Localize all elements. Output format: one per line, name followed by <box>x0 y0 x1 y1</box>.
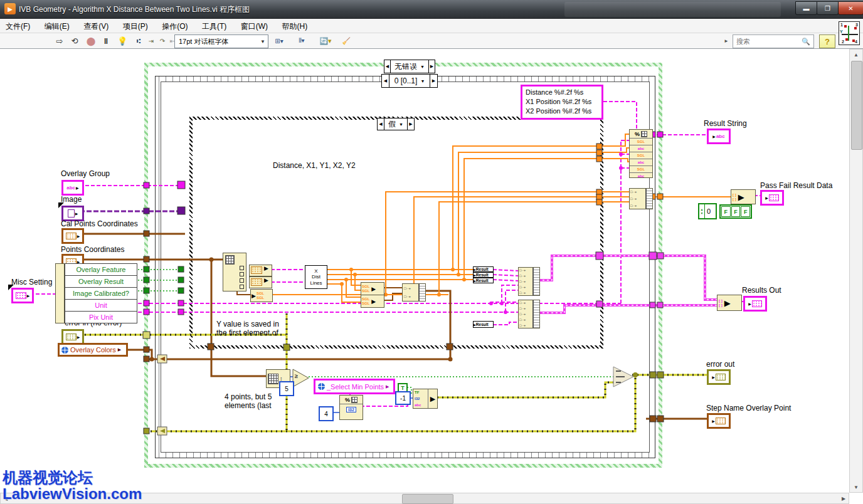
tunnel-results2-case[interactable] <box>657 302 663 308</box>
tunnel-junction-unit[interactable] <box>178 300 184 306</box>
highlight-execution-icon[interactable]: 💡 <box>115 34 129 47</box>
build-array-results-node[interactable]: [ ] [ ] ▶ <box>717 295 742 311</box>
bundle-sgl-pair-1[interactable]: SGL SGL ▶ <box>361 282 384 295</box>
tunnel-error-out-case[interactable] <box>657 372 664 378</box>
unbundle-item-pix-unit[interactable]: Pix Unit <box>65 312 137 323</box>
cluster-to-point-node-2[interactable]: ▶ <box>249 276 272 288</box>
bundle-tf-i32-abc-node[interactable]: TF I32 abc ▶ <box>413 389 438 409</box>
global-select-min-points[interactable]: _Select Min Points ▶ <box>314 379 395 394</box>
tunnel-cal-points[interactable] <box>144 231 149 236</box>
case-prev-arrow-icon[interactable]: ◀ <box>378 118 384 130</box>
menu-project[interactable]: 项目(P) <box>117 19 154 34</box>
comment-distance[interactable]: Distance, X1, Y1, X2, Y2 <box>273 161 356 170</box>
scroll-right-icon[interactable]: ▶ <box>839 493 849 503</box>
tunnel-results-case[interactable] <box>657 253 664 259</box>
numeric-constant-neg1[interactable]: -1 <box>395 391 411 405</box>
tunnel-error-in[interactable] <box>143 332 150 339</box>
vi-icon[interactable]: 1 3 Y 2 4 <box>839 21 860 45</box>
build-array-3-node[interactable]: □··+ □··+ □··+ <box>629 188 653 209</box>
index-array-node[interactable] <box>223 253 246 291</box>
numeric-constant-4[interactable]: 4 <box>319 406 334 421</box>
tunnel-pix-unit[interactable] <box>144 309 149 315</box>
distribute-objects-icon[interactable]: ⫴▾ <box>292 34 311 47</box>
tunnel-overlay-colors[interactable] <box>144 347 149 352</box>
case-next-arrow-icon[interactable]: ▶ <box>407 118 414 130</box>
wire-results-array1[interactable] <box>538 256 717 300</box>
result-node-3[interactable]: ▶Result <box>473 278 494 283</box>
format-into-string-node[interactable]: % SGL abc SGL abc SGL abc <box>629 129 653 178</box>
tunnel-junction-bool1[interactable] <box>178 266 184 272</box>
numeric-constant-5[interactable]: 5 <box>279 381 294 396</box>
wire-tap-sgl2b[interactable] <box>327 284 361 302</box>
label-step-name[interactable]: Step Name Overlay Point <box>706 404 791 412</box>
tunnel-sgl2[interactable] <box>596 150 602 155</box>
label-results-out[interactable]: Results Out <box>742 286 781 295</box>
indicator-results-out[interactable]: ▶ <box>743 296 767 312</box>
comment-y-value[interactable]: Y value is saved in the first element of <box>216 320 279 337</box>
label-result-string[interactable]: Result String <box>704 119 747 128</box>
array-index-control[interactable]: ▲▼ 0 <box>698 203 717 219</box>
tunnel-image-calibrated[interactable] <box>144 288 149 293</box>
wire-pix-unit-tap[interactable] <box>506 290 518 312</box>
case-prev-arrow-icon[interactable]: ◀ <box>384 60 391 73</box>
label-points[interactable]: Points Coordinates <box>61 245 124 254</box>
tunnel-overlay-group[interactable] <box>144 182 149 188</box>
unbundle-item-unit[interactable]: Unit <box>65 300 137 312</box>
restore-button[interactable]: ❐ <box>817 1 839 15</box>
unbundle-node-spine[interactable] <box>55 263 65 323</box>
close-button[interactable]: ✕ <box>838 1 863 15</box>
wire-format-string[interactable] <box>603 102 637 130</box>
result-node-4[interactable]: ▶Result <box>473 321 494 328</box>
tunnel-points[interactable] <box>144 256 149 262</box>
tunnel-sgl6[interactable] <box>596 199 602 205</box>
menu-help[interactable]: 帮助(H) <box>276 19 313 34</box>
vertical-scroll-thumb[interactable] <box>851 61 862 150</box>
wire-result4-out[interactable] <box>493 322 518 325</box>
tunnel-step-name-case[interactable] <box>657 416 664 422</box>
align-objects-icon[interactable]: ⊞▾ <box>270 34 289 47</box>
tunnel-cluster-bus[interactable] <box>144 356 149 362</box>
minimize-button[interactable]: ▬ <box>795 1 817 15</box>
label-pass-fail[interactable]: Pass Fail Result Data <box>760 181 832 190</box>
scroll-up-icon[interactable]: ▲ <box>850 50 862 60</box>
control-cal-points-coordinates[interactable]: ▶ <box>61 228 84 244</box>
tunnel-unit[interactable] <box>144 300 149 306</box>
label-error-out[interactable]: error out <box>706 360 734 369</box>
label-misc-setting[interactable]: Misc Setting <box>11 278 52 286</box>
frame-next-arrow-icon[interactable]: ▶ <box>430 75 437 87</box>
boolean-false-cell[interactable]: F <box>721 206 731 217</box>
select-node[interactable] <box>613 367 633 387</box>
wire-tap-sgl1b[interactable] <box>355 275 361 290</box>
run-continuous-icon[interactable]: ⟲ <box>68 34 82 47</box>
global-overlay-colors[interactable]: Overlay Colors ▶ <box>58 343 128 357</box>
boolean-array-constant[interactable]: F F F <box>719 204 752 219</box>
tunnel-error-out-seq[interactable] <box>650 372 656 378</box>
tunnel-image[interactable] <box>144 208 149 214</box>
search-input[interactable] <box>733 37 800 46</box>
build-array-5-node-2[interactable]: □··+□··+ □··+□··+ □··+ <box>518 300 540 328</box>
tunnel-results2[interactable] <box>596 301 603 307</box>
build-array-pass-fail-node[interactable]: [ ] [ ] ▶ <box>731 189 756 204</box>
label-image[interactable]: Image <box>61 195 82 204</box>
wire-result1-out[interactable] <box>493 270 518 271</box>
wire-result2-out[interactable] <box>493 275 518 276</box>
boolean-false-cell[interactable]: F <box>741 206 750 217</box>
build-array-5-node-1[interactable]: □··+□··+ □··+□··+ □··+ <box>518 267 540 296</box>
unbundle-item-overlay-feature[interactable]: Overlay Feature <box>65 264 137 276</box>
unbundle-item-image-calibrated[interactable]: Image Calibrated? <box>65 288 137 300</box>
context-help-button[interactable]: ? <box>819 34 835 48</box>
wire-tap-sgl1a[interactable] <box>351 270 361 285</box>
tunnel-overlay-feature[interactable] <box>144 266 149 272</box>
tunnel-pass-fail-case[interactable] <box>657 194 663 199</box>
frame-prev-arrow-icon[interactable]: ◀ <box>382 75 389 87</box>
horizontal-scroll-thumb[interactable] <box>402 494 453 504</box>
retain-wire-values-icon[interactable]: ⑆ <box>132 34 146 47</box>
abort-icon[interactable]: ⬤ <box>84 34 98 47</box>
build-array-2-node[interactable]: □··+ □··+ <box>402 283 426 302</box>
tunnel-overlay-result[interactable] <box>144 277 149 283</box>
control-overlay-group[interactable]: abc ▶ <box>61 180 84 196</box>
result-node-1[interactable]: ▶Result <box>473 266 494 272</box>
subvi-x-dist-lines[interactable]: X Dist Lines <box>305 265 327 289</box>
font-selector[interactable]: 17pt 对话框字体 ▼ <box>174 34 268 48</box>
tunnel-error-case[interactable] <box>283 344 290 350</box>
